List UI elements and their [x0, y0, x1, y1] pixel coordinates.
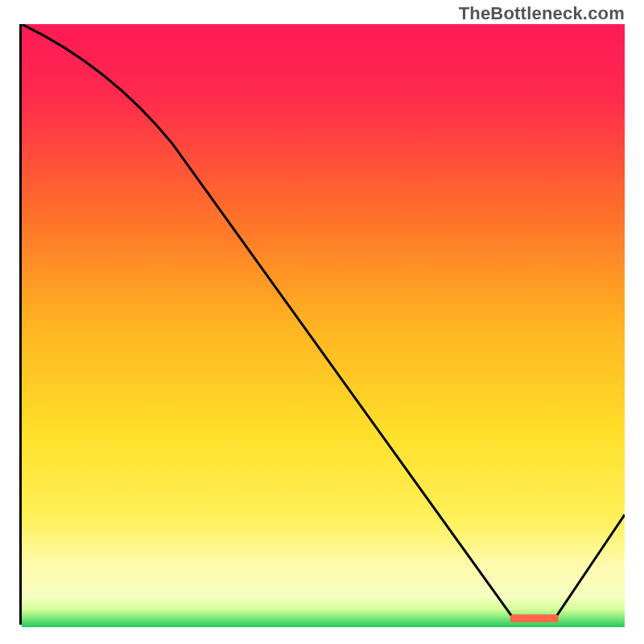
- watermark-text: TheBottleneck.com: [459, 3, 625, 24]
- gradient-rect: [22, 24, 625, 627]
- chart-frame: TheBottleneck.com: [0, 0, 644, 644]
- background-gradient: [22, 24, 625, 627]
- plot-area: [19, 24, 625, 625]
